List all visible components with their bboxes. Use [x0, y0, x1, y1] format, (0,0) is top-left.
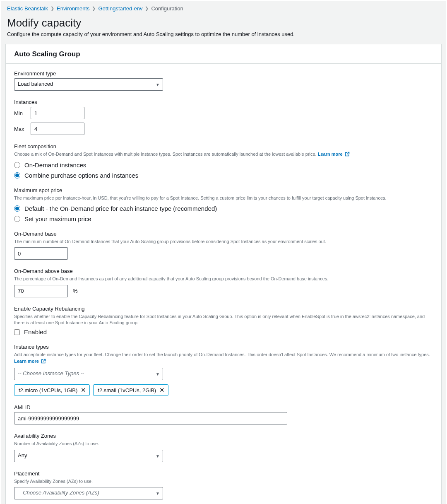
external-link-icon	[345, 152, 350, 158]
spot-price-help: The maximum price per instance-hour, in …	[14, 195, 433, 201]
env-type-label: Environment type	[14, 70, 433, 77]
spot-custom-label: Set your maximum price	[24, 215, 91, 222]
page-subtitle: Configure the compute capacity of your e…	[7, 31, 440, 37]
breadcrumb-environments[interactable]: Environments	[57, 5, 89, 12]
ondemand-above-suffix: %	[73, 288, 78, 294]
ondemand-base-input[interactable]	[14, 247, 68, 260]
fleet-learn-more-link[interactable]: Learn more	[318, 152, 350, 157]
instance-types-learn-more-link[interactable]: Learn more	[14, 359, 46, 364]
env-type-select[interactable]: Load balanced	[14, 78, 163, 91]
breadcrumb-root[interactable]: Elastic Beanstalk	[7, 5, 48, 12]
external-link-icon	[41, 359, 46, 365]
rebalancing-label: Enable Capacity Rebalancing	[14, 306, 433, 312]
close-icon[interactable]: ✕	[80, 386, 87, 394]
panel-title: Auto Scaling Group	[14, 50, 433, 58]
breadcrumb: Elastic Beanstalk ❯ Environments ❯ Getti…	[1, 1, 446, 15]
close-icon[interactable]: ✕	[159, 386, 166, 394]
fleet-combine-radio[interactable]	[14, 172, 20, 178]
fleet-help: Choose a mix of On-Demand and Spot Insta…	[14, 152, 317, 157]
ondemand-above-label: On-Demand above base	[14, 268, 433, 274]
fleet-label: Fleet composition	[14, 143, 433, 150]
az-select[interactable]: Any	[14, 450, 163, 462]
chevron-right-icon: ❯	[50, 6, 54, 11]
tag-label: t2.small (1vCPUs, 2GiB)	[98, 387, 156, 393]
min-instances-input[interactable]	[31, 107, 84, 119]
instance-types-help: Add acceptable instance types for your f…	[14, 352, 430, 357]
spot-default-radio[interactable]	[14, 205, 20, 212]
az-label: Availability Zones	[14, 433, 433, 439]
ondemand-above-help: The percentage of On-Demand Instances as…	[14, 276, 433, 282]
auto-scaling-panel: Auto Scaling Group Environment type Load…	[5, 44, 442, 504]
rebalancing-checkbox[interactable]	[14, 329, 20, 335]
ondemand-base-label: On-Demand base	[14, 231, 433, 237]
instance-types-label: Instance types	[14, 344, 433, 350]
ami-id-label: AMI ID	[14, 404, 433, 410]
breadcrumb-current: Configuration	[151, 5, 183, 12]
instances-label: Instances	[14, 99, 433, 105]
fleet-ondemand-radio[interactable]	[14, 162, 20, 168]
max-label: Max	[14, 126, 26, 132]
breadcrumb-env-name[interactable]: Gettingstarted-env	[98, 5, 142, 12]
min-label: Min	[14, 110, 26, 116]
fleet-combine-label: Combine purchase options and instances	[24, 172, 138, 179]
placement-select[interactable]: -- Choose Availability Zones (AZs) --	[14, 487, 163, 499]
rebalancing-help: Specifies whether to enable the Capacity…	[14, 313, 433, 326]
spot-custom-radio[interactable]	[14, 216, 20, 222]
chevron-right-icon: ❯	[92, 6, 96, 11]
placement-label: Placement	[14, 470, 433, 477]
rebalancing-checkbox-label: Enabled	[24, 328, 47, 335]
instance-types-select[interactable]: -- Choose Instance Types --	[14, 368, 163, 380]
tag-label: t2.micro (1vCPUs, 1GiB)	[19, 387, 77, 393]
placement-help: Specify Availability Zones (AZs) to use.	[14, 478, 433, 485]
spot-default-label: Default - the On-Demand price for each i…	[24, 205, 217, 212]
instance-type-tag: t2.small (1vCPUs, 2GiB) ✕	[93, 384, 168, 396]
ondemand-base-help: The minimum number of On-Demand Instance…	[14, 239, 433, 245]
spot-price-label: Maximum spot price	[14, 187, 433, 193]
chevron-right-icon: ❯	[145, 6, 149, 11]
az-help: Number of Availability Zones (AZs) to us…	[14, 441, 433, 447]
max-instances-input[interactable]	[31, 123, 84, 135]
page-title: Modify capacity	[7, 17, 440, 29]
ami-id-input[interactable]	[14, 412, 287, 424]
instance-type-tag: t2.micro (1vCPUs, 1GiB) ✕	[14, 384, 90, 396]
ondemand-above-input[interactable]	[14, 285, 68, 297]
fleet-ondemand-label: On-Demand instances	[24, 162, 86, 169]
